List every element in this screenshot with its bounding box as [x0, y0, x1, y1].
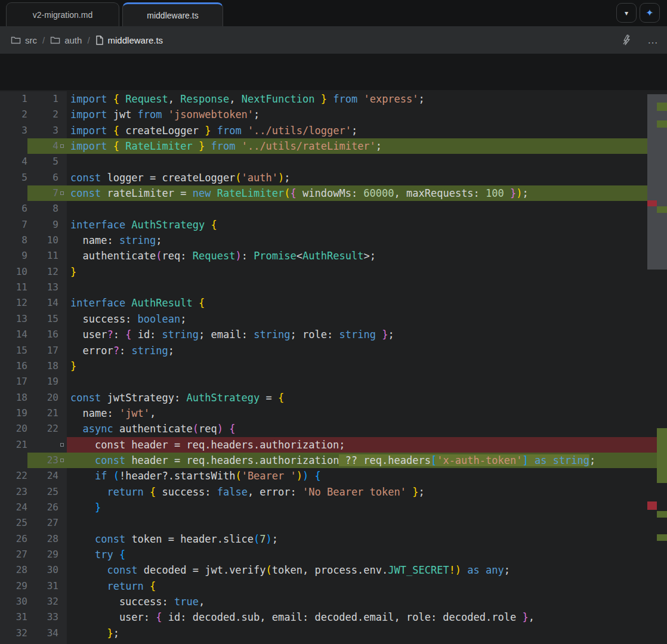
code-line[interactable]: 1416 user?: { id: string; email: string;… [0, 327, 667, 342]
code-line[interactable]: 2830 const decoded = jwt.verify(token, p… [0, 562, 667, 578]
new-line-number: 26 [27, 500, 58, 515]
breadcrumb-file[interactable]: middleware.ts [95, 35, 163, 45]
gutter [58, 626, 67, 641]
code-line[interactable]: 810 name: string; [0, 233, 667, 248]
sparkle-icon: ✦ [646, 7, 653, 18]
code-line[interactable]: 22import jwt from 'jsonwebtoken'; [0, 107, 667, 122]
breadcrumb-label: auth [64, 35, 82, 45]
old-line-number: 9 [0, 248, 27, 264]
old-line-number: 3 [0, 123, 27, 138]
code-text: authenticate(req: Request): Promise<Auth… [67, 248, 667, 264]
gutter [58, 217, 67, 233]
code-line[interactable]: 45 [0, 154, 667, 169]
code-line[interactable]: 2426 } [0, 500, 667, 515]
new-line-number: 11 [27, 248, 58, 264]
code-line[interactable]: 2931 return { [0, 578, 667, 594]
code-line[interactable]: 911 authenticate(req: Request): Promise<… [0, 248, 667, 264]
old-line-number: 5 [0, 170, 27, 185]
code-line[interactable]: 79interface AuthStrategy { [0, 217, 667, 233]
code-line[interactable]: 33import { createLogger } from '../utils… [0, 123, 667, 138]
change-marker[interactable] [60, 443, 64, 447]
code-text: return { success: false, error: 'No Bear… [67, 484, 667, 500]
code-line[interactable]: 1820const jwtStrategy: AuthStrategy = { [0, 390, 667, 405]
code-line[interactable]: 11import { Request, Response, NextFuncti… [0, 91, 667, 107]
breadcrumb-auth[interactable]: auth [50, 35, 82, 45]
gutter [58, 421, 67, 436]
old-line-number: 30 [0, 594, 27, 609]
code-line[interactable]: 2022 async authenticate(req) { [0, 421, 667, 436]
new-line-number: 18 [27, 358, 58, 374]
old-line-number: 20 [0, 421, 27, 436]
new-line-number: 33 [27, 609, 58, 625]
old-line-number: 23 [0, 484, 27, 500]
code-line[interactable]: 7const rateLimiter = new RateLimiter({ w… [0, 185, 667, 201]
new-line-number: 31 [27, 578, 58, 594]
code-text: user: { id: decoded.sub, email: decoded.… [67, 609, 667, 625]
old-line-number [0, 138, 27, 154]
code-line[interactable]: 1315 success: boolean; [0, 311, 667, 327]
code-text: const token = header.slice(7); [67, 531, 667, 547]
tab-dropdown-button[interactable]: ▾ [616, 3, 637, 23]
code-editor[interactable]: 11import { Request, Response, NextFuncti… [0, 90, 667, 644]
code-text: const header = req.headers.authorization… [67, 437, 667, 453]
code-line[interactable]: 1719 [0, 374, 667, 389]
code-line[interactable]: 1618} [0, 358, 667, 374]
code-line[interactable]: 2729 try { [0, 547, 667, 562]
new-line-number: 2 [27, 107, 58, 122]
more-options-button[interactable]: … [647, 34, 659, 47]
code-line[interactable]: 1113 [0, 280, 667, 295]
code-line[interactable]: 1012} [0, 264, 667, 280]
code-text: error?: string; [67, 343, 667, 358]
code-line[interactable]: 68 [0, 201, 667, 216]
code-text: name: 'jwt', [67, 405, 667, 421]
code-line[interactable]: 2325 return { success: false, error: 'No… [0, 484, 667, 500]
code-line[interactable]: 2628 const token = header.slice(7); [0, 531, 667, 547]
old-line-number: 33 [0, 641, 27, 644]
code-line[interactable]: 2224 if (!header?.startsWith('Bearer '))… [0, 468, 667, 484]
change-marker[interactable] [60, 144, 64, 148]
code-line[interactable]: 3234 }; [0, 626, 667, 641]
breadcrumb-src[interactable]: src [11, 35, 37, 45]
change-marker[interactable] [60, 191, 64, 195]
breadcrumb-separator: / [87, 35, 89, 45]
tab-v2-migration[interactable]: v2-migration.md [6, 2, 119, 26]
change-marker[interactable] [60, 459, 64, 462]
breadcrumb-label: src [25, 35, 37, 45]
code-line[interactable]: 23 const header = req.headers.authorizat… [0, 453, 667, 468]
gutter [58, 484, 67, 500]
file-icon [95, 35, 104, 45]
ruler-del-mark [647, 501, 657, 510]
flash-off-icon[interactable] [621, 34, 632, 46]
code-line[interactable]: 56const logger = createLogger('auth'); [0, 170, 667, 185]
code-text: } [67, 358, 667, 374]
old-line-number: 14 [0, 327, 27, 342]
code-line[interactable]: 3133 user: { id: decoded.sub, email: dec… [0, 609, 667, 625]
new-ai-tab-button[interactable]: ✦ [640, 3, 660, 23]
tab-bar: v2-migration.md middleware.ts ▾ ✦ [0, 0, 667, 26]
gutter [58, 343, 67, 358]
gutter [58, 547, 67, 562]
code-lines: 11import { Request, Response, NextFuncti… [0, 91, 667, 644]
new-line-number: 8 [27, 201, 58, 216]
new-line-number: 29 [27, 547, 58, 562]
code-line[interactable]: 1214interface AuthResult { [0, 295, 667, 311]
tab-middleware[interactable]: middleware.ts [122, 2, 223, 26]
code-line[interactable]: 1517 error?: string; [0, 343, 667, 358]
ruler-add-mark [657, 511, 667, 518]
code-line[interactable]: 4import { RateLimiter } from '../utils/r… [0, 138, 667, 154]
old-line-number: 2 [0, 107, 27, 122]
code-line[interactable]: 3335 } catch { [0, 641, 667, 644]
gutter [58, 280, 67, 295]
code-line[interactable]: 21 const header = req.headers.authorizat… [0, 437, 667, 453]
scrollbar-ruler [647, 90, 667, 644]
code-text [67, 374, 667, 389]
gutter [58, 594, 67, 609]
code-line[interactable]: 1921 name: 'jwt', [0, 405, 667, 421]
gutter [58, 531, 67, 547]
code-line[interactable]: 3032 success: true, [0, 594, 667, 609]
ruler-add-mark [657, 103, 667, 111]
gutter [58, 453, 67, 468]
old-line-number: 28 [0, 562, 27, 578]
code-line[interactable]: 2527 [0, 515, 667, 531]
new-line-number: 9 [27, 217, 58, 233]
